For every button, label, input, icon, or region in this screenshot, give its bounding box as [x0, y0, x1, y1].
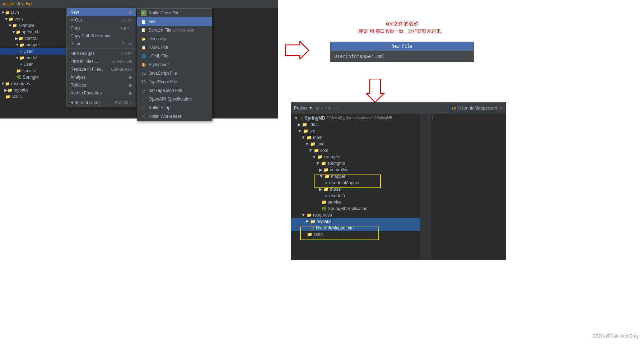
- spring-icon: 🌿: [321, 206, 327, 211]
- menu-refactor[interactable]: Refactor ▶: [67, 81, 136, 89]
- pt-java[interactable]: ▼ 📁 java: [291, 141, 420, 147]
- menu-new[interactable]: New ▶: [67, 8, 136, 16]
- xml-icon: 🗂: [311, 226, 315, 231]
- tree-user-mapper[interactable]: ● User: [0, 48, 72, 55]
- pt-example[interactable]: ▼ 📁 example: [291, 154, 420, 160]
- menu-replace[interactable]: Replace in Files... Ctrl+Shift+R: [67, 65, 136, 73]
- js-icon: JS: [141, 70, 146, 76]
- menu-paste[interactable]: Paste Ctrl+V: [67, 40, 136, 48]
- submenu-arrow: ▶: [129, 10, 132, 15]
- active-text: active: develop: [3, 1, 32, 6]
- submenu-html[interactable]: 🌐 HTML File: [137, 52, 212, 60]
- pt-userinfomapper-xml[interactable]: 🗂 UserInfoMapper.xml: [291, 225, 420, 231]
- menu-find-usages[interactable]: Find Usages Alt+F7: [67, 50, 136, 57]
- menu-analyze[interactable]: Analyze ▶: [67, 73, 136, 81]
- new-file-input[interactable]: UserInfoMapper.xml: [331, 51, 473, 62]
- svg-marker-0: [285, 41, 309, 59]
- project-icon: 🗂: [299, 116, 304, 121]
- kotlin-script-icon: K: [141, 105, 146, 111]
- pt-mapper[interactable]: ▼ 📁 mapper: [291, 173, 420, 180]
- cursor: |: [431, 115, 434, 120]
- folder-icon: 📁: [19, 56, 24, 60]
- xml-tab-icon: 🗂: [452, 106, 456, 111]
- submenu-js[interactable]: JS JavaScript File: [137, 69, 212, 78]
- folder-icon10: 📁: [325, 174, 330, 179]
- menu-divider: [67, 48, 136, 49]
- tree-static[interactable]: 📁 static: [0, 93, 72, 100]
- pt-mybatis[interactable]: ▼ 📁 mybatis: [291, 218, 420, 225]
- pt-model[interactable]: ▶ 📁 model: [291, 186, 420, 192]
- submenu-directory[interactable]: 📁 Directory: [137, 34, 212, 43]
- tree-example[interactable]: ▼ 📁 example: [0, 22, 72, 29]
- folder-icon: 📁: [16, 30, 21, 34]
- tree-service[interactable]: 📁 service: [0, 68, 72, 74]
- tree-springmb[interactable]: ▼ 📁 springmb: [0, 29, 72, 35]
- pt-idea[interactable]: ▶ 📁 .idea: [291, 121, 420, 128]
- folder-icon: 📁: [9, 17, 14, 22]
- submenu-scratch[interactable]: 📝 Scratch File Ctrl+Alt+Shift: [137, 26, 212, 34]
- folder-icon: 📁: [5, 94, 10, 99]
- submenu-stylesheet[interactable]: 🎨 Stylesheet: [137, 60, 212, 69]
- favorites-arrow: ▶: [129, 90, 132, 96]
- tree-user-model[interactable]: ● User: [0, 61, 72, 68]
- annotation-line2: 建议 和 接口名称一致，这样好联系起来。: [316, 28, 488, 35]
- pt-springapp[interactable]: 🌿 SpringMbApplication: [291, 205, 420, 212]
- menu-find-files[interactable]: Find in Files... Ctrl+Shift+F: [67, 57, 136, 65]
- editor-area[interactable]: 1 |: [420, 113, 506, 260]
- pt-static[interactable]: 📁 static: [291, 231, 420, 238]
- folder-icon: 📁: [8, 88, 13, 93]
- menu-favorites[interactable]: Add to Favorites ▶: [67, 89, 136, 97]
- submenu-kotlin-worksheet[interactable]: K Kotlin Worksheet: [137, 112, 212, 121]
- app-icon: 🌿: [16, 75, 22, 80]
- header-icons: ⊕ ≡ ÷ ⚙ —: [316, 106, 337, 111]
- submenu-fxml[interactable]: 📋 FXML File: [137, 43, 212, 52]
- xml-tab-label: UserInfoMapper.xml: [458, 106, 497, 111]
- pt-resources[interactable]: ▼ 📁 resources: [291, 212, 420, 218]
- menu-copy[interactable]: Copy Ctrl+C: [67, 24, 136, 32]
- submenu-kotlin-class[interactable]: K Kotlin Class/File: [137, 9, 212, 17]
- stylesheet-icon: 🎨: [141, 62, 146, 68]
- annotation-section: xml文件的名称 建议 和 接口名称一致，这样好联系起来。 New File U…: [316, 20, 488, 62]
- submenu-ts[interactable]: TS TypeScript File: [137, 78, 212, 86]
- tree-controller[interactable]: ▶ 📁 controll: [0, 35, 72, 42]
- pt-src[interactable]: ▼ 📁 src: [291, 128, 420, 134]
- pt-springmb-folder[interactable]: ▼ 📁 springmb: [291, 160, 420, 167]
- tree-com[interactable]: ▼ 📁 com: [0, 16, 72, 22]
- tree-mybatis[interactable]: ▶ 📁 mybatis: [0, 87, 72, 93]
- pt-main[interactable]: ▼ 📁 main: [291, 134, 420, 141]
- file-tree: ▼ 📁 java ▼ 📁 com ▼ 📁 example ▼ 📁 springm…: [0, 8, 72, 118]
- line-numbers: 1: [420, 113, 431, 260]
- submenu-file[interactable]: 📄 File: [137, 17, 212, 26]
- tree-springm[interactable]: 🌿 SpringM: [0, 74, 72, 80]
- tree-java[interactable]: ▼ 📁 java: [0, 9, 72, 16]
- menu-reformat[interactable]: Reformat Code Ctrl+Alt+L: [67, 99, 136, 107]
- pt-com[interactable]: ▼ 📁 com: [291, 147, 420, 154]
- submenu-openapi[interactable]: ✓ OpenAPI Specification: [137, 95, 212, 103]
- tree-resources[interactable]: ▼ 📁 resources: [0, 80, 72, 87]
- folder-icon8: 📁: [321, 161, 326, 166]
- tree-model[interactable]: ▼ 📁 model: [0, 55, 72, 61]
- line-1: 1: [420, 115, 429, 120]
- close-tab-icon[interactable]: ✕: [499, 106, 502, 111]
- folder-icon13: 📁: [307, 213, 312, 218]
- pt-userinfo[interactable]: ● UserInfo: [291, 192, 420, 199]
- project-tree: ▼ 🗂 SpringMB G:\Java语言\java-ee-advanced\…: [291, 113, 420, 239]
- folder-icon7: 📁: [317, 154, 323, 159]
- folder-icon6: 📁: [314, 148, 319, 153]
- pt-springmb[interactable]: ▼ 🗂 SpringMB G:\Java语言\java-ee-advanced\…: [291, 115, 420, 121]
- pt-controller[interactable]: ▶ 📁 controller: [291, 167, 420, 173]
- submenu-kotlin-script[interactable]: K Kotlin Script: [137, 103, 212, 112]
- menu-copy-path[interactable]: Copy Path/Reference...: [67, 32, 136, 40]
- pt-userinfomapper[interactable]: ● UserInfoMapper: [291, 180, 420, 186]
- tree-mapper[interactable]: ▼ 📁 mapper: [0, 42, 72, 48]
- ide-header: Project ▼ ⊕ ≡ ÷ ⚙ — 🗂 UserInfoMapper.xml…: [291, 103, 506, 113]
- editor-content[interactable]: |: [431, 115, 506, 120]
- menu-cut[interactable]: ✂ Cut Ctrl+X: [67, 16, 136, 24]
- interface-icon: ●: [20, 49, 22, 54]
- submenu-package-json[interactable]: {} package.json File: [137, 86, 212, 95]
- file-icon: 📄: [141, 19, 146, 24]
- ts-icon: TS: [141, 79, 146, 85]
- menu-divider2: [67, 98, 136, 98]
- pt-service[interactable]: 📁 service: [291, 199, 420, 205]
- xml-tab[interactable]: 🗂 UserInfoMapper.xml ✕: [448, 103, 506, 113]
